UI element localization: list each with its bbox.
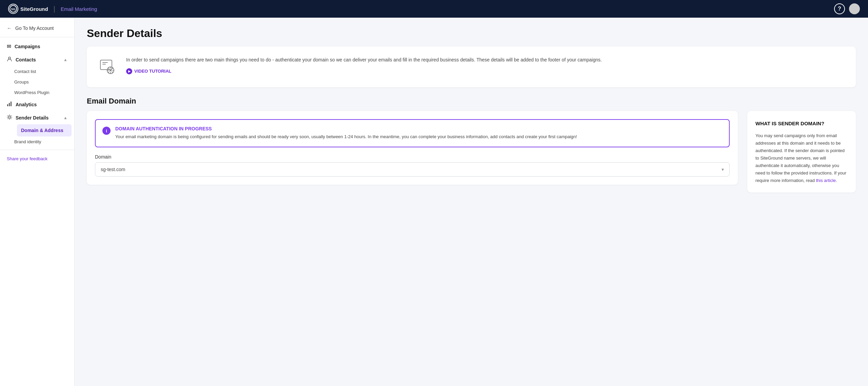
what-is-sender-card: WHAT IS SENDER DOMAIN? You may send camp… [747,111,856,192]
siteground-logo: SG SiteGround [8,4,48,14]
nav-divider: | [54,5,55,13]
svg-point-2 [8,57,11,59]
svg-line-19 [108,72,109,73]
campaigns-icon: ✉ [7,43,11,50]
main-content: Sender Details [75,18,868,386]
sender-chevron: ▲ [63,115,67,120]
campaigns-label: Campaigns [15,44,40,49]
this-article-link[interactable]: this article [816,178,836,183]
sidebar-item-go-to-account[interactable]: ← Go To My Account [0,22,74,34]
analytics-icon [7,101,12,108]
what-is-sender-title: WHAT IS SENDER DOMAIN? [755,119,848,128]
svg-text:i: i [106,128,107,133]
info-text: In order to send campaigns there are two… [126,56,602,64]
svg-rect-7 [100,60,112,70]
analytics-label: Analytics [16,102,37,107]
svg-rect-3 [7,104,8,106]
domain-value: sg-test.com [101,167,125,172]
sidebar-item-brand-identity[interactable]: Brand identity [14,136,74,147]
contacts-icon [7,56,12,63]
share-feedback-link[interactable]: Share your feedback [0,153,74,165]
video-tutorial-link[interactable]: ▶ VIDEO TUTORIAL [126,68,602,74]
svg-rect-4 [9,103,10,106]
what-is-sender-body: You may send campaigns only from email a… [755,132,848,185]
page-layout: ← Go To My Account ✉ Campaigns Contacts … [0,18,868,386]
domain-card: i DOMAIN AUTHENTICATION IN PROGRESS Your… [87,111,738,185]
svg-rect-8 [102,62,108,63]
sidebar-item-wordpress-plugin[interactable]: WordPress Plugin [14,87,74,98]
contacts-chevron: ▲ [63,57,67,62]
sidebar-item-contacts[interactable]: Contacts ▲ [0,53,74,66]
alert-content: DOMAIN AUTHENTICATION IN PROGRESS Your e… [115,126,577,141]
svg-point-6 [8,116,11,118]
brand-name: SiteGround [20,6,48,12]
top-navigation: SG SiteGround | Email Marketing ? [0,0,868,18]
nav-right: ? [834,3,860,14]
sender-details-label: Sender Details [16,115,48,121]
svg-rect-9 [102,64,106,65]
domain-select[interactable]: sg-test.com ▾ [95,162,730,177]
sidebar-item-domain-address[interactable]: Domain & Address [17,124,72,136]
nav-left: SG SiteGround | Email Marketing [8,4,97,14]
sidebar-divider-2 [0,150,74,150]
logo-circle: SG [8,4,18,14]
contacts-submenu: Contact list Groups WordPress Plugin [0,66,74,98]
sidebar-divider-1 [0,37,74,37]
svg-text:SG: SG [11,7,15,11]
avatar[interactable] [849,3,860,14]
svg-rect-5 [11,102,12,106]
content-row: i DOMAIN AUTHENTICATION IN PROGRESS Your… [87,111,856,192]
svg-point-11 [110,69,112,71]
alert-box: i DOMAIN AUTHENTICATION IN PROGRESS Your… [95,119,730,147]
help-button[interactable]: ? [834,3,845,14]
dropdown-chevron-icon: ▾ [722,167,724,172]
domain-label: Domain [95,154,730,160]
sidebar-item-groups[interactable]: Groups [14,77,74,87]
page-title: Sender Details [87,27,856,40]
back-icon: ← [7,25,12,31]
email-domain-title: Email Domain [87,97,856,106]
sidebar-item-contact-list[interactable]: Contact list [14,66,74,77]
svg-line-16 [108,68,109,69]
sidebar: ← Go To My Account ✉ Campaigns Contacts … [0,18,75,386]
sidebar-item-analytics[interactable]: Analytics [0,98,74,111]
gear-icon [98,56,118,78]
video-link-label: VIDEO TUTORIAL [134,69,172,74]
go-to-account-label: Go To My Account [15,25,54,31]
alert-body: Your email marketing domain is being con… [115,133,577,141]
sidebar-item-sender-details[interactable]: Sender Details ▲ [0,111,74,124]
sender-details-icon [7,114,12,121]
info-icon: i [102,127,111,137]
sender-details-submenu: Domain & Address Brand identity [0,124,74,147]
svg-line-17 [112,72,113,73]
play-icon: ▶ [126,68,132,74]
info-card-content: In order to send campaigns there are two… [126,56,602,74]
info-card: In order to send campaigns there are two… [87,47,856,87]
alert-title: DOMAIN AUTHENTICATION IN PROGRESS [115,126,577,131]
contacts-label: Contacts [16,57,36,62]
sidebar-item-campaigns[interactable]: ✉ Campaigns [0,40,74,53]
app-title: Email Marketing [61,6,97,12]
